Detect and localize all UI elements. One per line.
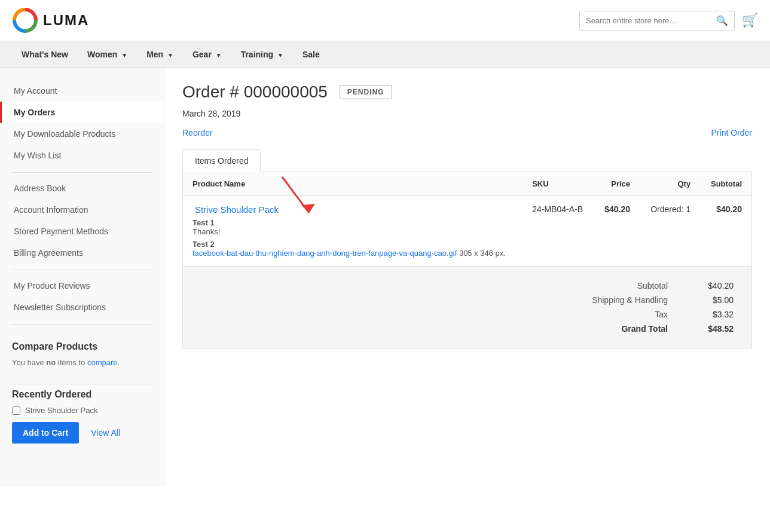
sidebar-item-my-wishlist[interactable]: My Wish List	[0, 145, 164, 166]
training-dropdown-arrow: ▼	[277, 52, 283, 59]
nav-link-training[interactable]: Training ▼	[231, 41, 293, 68]
product-price-cell: $40.20	[594, 196, 640, 267]
search-button[interactable]: 🔍	[716, 15, 728, 26]
order-summary: Subtotal $40.20 Shipping & Handling $5.0…	[183, 266, 751, 348]
order-table-head: Product Name SKU Price Qty Subtotal	[183, 172, 751, 196]
product-sku-cell: 24-MB04-A-B	[522, 196, 594, 267]
product-qty-cell: Ordered: 1	[640, 196, 700, 267]
table-row: Strive Shoulder Pack Test 1 Thanks! Test…	[183, 196, 751, 267]
cart-icon[interactable]: 🛒	[742, 13, 758, 28]
summary-shipping-row: Shipping & Handling $5.00	[201, 293, 734, 307]
compare-count: no	[46, 358, 56, 367]
grand-total-value: $48.52	[686, 324, 734, 334]
col-sku: SKU	[522, 172, 594, 196]
tab-items-ordered[interactable]: Items Ordered	[182, 149, 261, 172]
print-order-link[interactable]: Print Order	[711, 128, 752, 137]
product-option-test1: Test 1 Thanks!	[192, 218, 513, 236]
nav-item-whats-new: What's New	[12, 41, 78, 68]
compare-products-text: You have no items to compare.	[12, 358, 152, 367]
option-file-link[interactable]: facebook-bat-dau-thu-nghiem-dang-anh-don…	[192, 249, 457, 258]
nav-link-women[interactable]: Women ▼	[78, 41, 137, 68]
sidebar-divider-1	[12, 172, 152, 173]
recently-ordered-title: Recently Ordered	[12, 389, 152, 400]
order-actions: Reorder Print Order	[182, 128, 752, 137]
order-table-body: Strive Shoulder Pack Test 1 Thanks! Test…	[183, 196, 751, 348]
nav-item-women: Women ▼	[78, 41, 137, 68]
col-price: Price	[594, 172, 640, 196]
col-product-name: Product Name	[183, 172, 522, 196]
sidebar-divider-2	[12, 270, 152, 270]
grand-total-label: Grand Total	[584, 324, 668, 334]
luma-logo-icon	[12, 7, 38, 33]
order-table-header-row: Product Name SKU Price Qty Subtotal	[183, 172, 751, 196]
product-name-link[interactable]: Strive Shoulder Pack	[195, 204, 279, 215]
sidebar-item-product-reviews[interactable]: My Product Reviews	[0, 275, 164, 296]
summary-spacer-row: Subtotal $40.20 Shipping & Handling $5.0…	[183, 266, 751, 348]
sidebar-item-billing-agreements[interactable]: Billing Agreements	[0, 242, 164, 264]
nav-link-sale[interactable]: Sale	[293, 41, 329, 68]
order-status-badge: PENDING	[340, 85, 392, 99]
sidebar-item-my-orders[interactable]: My Orders	[0, 102, 164, 123]
option-label-test2: Test 2	[192, 240, 215, 249]
nav-link-men[interactable]: Men ▼	[137, 41, 183, 68]
subtotal-label: Subtotal	[584, 281, 668, 291]
recently-ordered-checkbox[interactable]	[12, 406, 20, 415]
sidebar-mid-section: Address Book Account Information Stored …	[0, 178, 164, 264]
col-qty: Qty	[640, 172, 700, 196]
svg-marker-2	[301, 204, 315, 213]
tax-value: $3.32	[686, 310, 734, 319]
women-dropdown-arrow: ▼	[121, 52, 127, 59]
header-right: 🔍 🛒	[579, 11, 758, 30]
reorder-link[interactable]: Reorder	[182, 128, 213, 137]
sidebar: My Account My Orders My Downloadable Pro…	[0, 68, 164, 487]
main-nav: What's New Women ▼ Men ▼ Gear ▼ Training…	[0, 41, 770, 68]
compare-products-widget: Compare Products You have no items to co…	[0, 329, 164, 379]
logo-area: LUMA	[12, 7, 89, 33]
nav-item-sale: Sale	[293, 41, 329, 68]
product-subtotal-cell: $40.20	[700, 196, 751, 267]
search-bar: 🔍	[579, 11, 735, 30]
main-content: My Account My Orders My Downloadable Pro…	[0, 68, 770, 487]
subtotal-value: $40.20	[686, 281, 734, 291]
summary-tax-row: Tax $3.32	[201, 307, 734, 322]
sidebar-item-stored-payment[interactable]: Stored Payment Methods	[0, 221, 164, 242]
sidebar-item-address-book[interactable]: Address Book	[0, 178, 164, 199]
shipping-label: Shipping & Handling	[584, 295, 668, 305]
sidebar-divider-3	[12, 324, 152, 325]
order-tabs: Items Ordered	[182, 149, 752, 172]
option-file-test2: facebook-bat-dau-thu-nghiem-dang-anh-don…	[192, 249, 506, 258]
recently-ordered-item: Strive Shoulder Pack	[12, 406, 152, 415]
option-label-test1: Test 1	[192, 218, 215, 227]
nav-link-gear[interactable]: Gear ▼	[183, 41, 231, 68]
sidebar-item-my-account[interactable]: My Account	[0, 80, 164, 102]
nav-item-men: Men ▼	[137, 41, 183, 68]
sidebar-item-my-downloadable[interactable]: My Downloadable Products	[0, 123, 164, 145]
recently-ordered-product-name: Strive Shoulder Pack	[25, 406, 97, 415]
sidebar-item-account-info[interactable]: Account Information	[0, 199, 164, 221]
recently-ordered-actions: Add to Cart View All	[12, 422, 152, 444]
compare-products-title: Compare Products	[12, 341, 152, 352]
order-items-table: Product Name SKU Price Qty Subtotal	[183, 172, 751, 348]
sidebar-top-section: My Account My Orders My Downloadable Pro…	[0, 80, 164, 166]
summary-subtotal-row: Subtotal $40.20	[201, 279, 734, 293]
col-subtotal: Subtotal	[700, 172, 751, 196]
sidebar-divider-4	[12, 384, 152, 384]
recently-ordered-widget: Recently Ordered Strive Shoulder Pack Ad…	[0, 389, 164, 455]
tax-label: Tax	[584, 310, 668, 319]
nav-item-gear: Gear ▼	[183, 41, 231, 68]
sidebar-item-newsletter[interactable]: Newsletter Subscriptions	[0, 296, 164, 318]
nav-link-whats-new[interactable]: What's New	[12, 41, 78, 68]
nav-list: What's New Women ▼ Men ▼ Gear ▼ Training…	[0, 41, 770, 68]
option-value-test1: Thanks!	[192, 227, 220, 236]
order-header: Order # 000000005 PENDING	[182, 82, 752, 102]
search-input[interactable]	[586, 16, 716, 25]
site-header: LUMA 🔍 🛒	[0, 0, 770, 41]
compare-link[interactable]: compare	[87, 358, 118, 367]
add-to-cart-button[interactable]: Add to Cart	[12, 422, 79, 444]
view-all-link[interactable]: View All	[91, 428, 120, 438]
summary-grand-total-row: Grand Total $48.52	[201, 322, 734, 336]
logo-text: LUMA	[43, 12, 89, 29]
product-name-cell: Strive Shoulder Pack Test 1 Thanks! Test…	[183, 196, 522, 267]
men-dropdown-arrow: ▼	[167, 52, 173, 59]
sidebar-extra-section: My Product Reviews Newsletter Subscripti…	[0, 275, 164, 318]
